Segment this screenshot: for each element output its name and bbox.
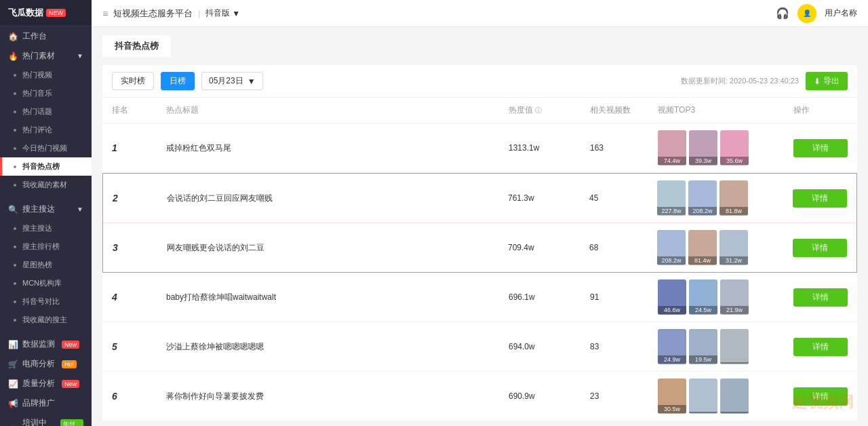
thumb-label: 46.6w [658,306,686,314]
video-thumb[interactable]: 24.5w [689,279,717,315]
sidebar-item-data-monitor[interactable]: 📊 数据监测 New [0,334,92,354]
douyin-compare-label: 抖音号对比 [22,296,60,307]
douyin-hot-label: 抖音热点榜 [22,161,60,172]
dot-icon [14,246,16,248]
dot-icon [14,319,16,322]
video-thumb[interactable]: 24.9w [658,329,686,364]
dot-icon [14,301,16,303]
video-tops-3: 208.2w 81.4w 31.2w [657,230,793,265]
thumb-label: 81.8w [719,207,748,215]
detail-button-4[interactable]: 详情 [793,288,848,307]
filter-bar: 实时榜 日榜 05月23日 ▼ 数据更新时间: 2020-05-23 23:40… [102,65,857,98]
info-icon: ⓘ [535,106,542,114]
topic-3: 网友嘲贱更会说话的刘二豆 [167,242,508,254]
sidebar-item-quality[interactable]: 📈 质量分析 New [0,374,92,393]
video-thumb[interactable] [720,329,749,364]
dot-icon [14,282,16,285]
detail-button-3[interactable]: 详情 [793,239,847,257]
search-icon: 🔍 [8,205,18,214]
sidebar-item-hot-topic[interactable]: 热门话题 [0,102,92,121]
video-thumb[interactable]: 227.8w [657,180,686,216]
home-icon: 🏠 [8,32,18,41]
kol-find-label: 搜主搜达 [22,223,52,233]
rank-3: 3 [113,242,167,253]
sidebar-item-star-rank[interactable]: 星图热榜 [0,256,92,274]
calendar-chevron-icon: ▼ [248,77,256,86]
export-label: 导出 [823,75,840,87]
hot-topic-label: 热门话题 [22,106,52,117]
video-thumb[interactable]: 39.3w [689,130,717,166]
video-thumb[interactable]: 208.2w [688,180,717,216]
sidebar-item-training[interactable]: 🎓 培训中心 年付折 [0,413,92,426]
thumb-label: 39.3w [689,157,717,165]
thumb-label: 24.5w [689,306,717,314]
sidebar-item-kol-rank[interactable]: 搜主排行榜 [0,237,92,256]
video-thumb[interactable] [689,379,717,414]
export-button[interactable]: ⬇ 导出 [806,72,848,90]
heat-2: 761.3w [508,193,589,203]
thumb-label: 81.4w [688,256,717,265]
sidebar-item-hot-material[interactable]: 🔥 热门素材 ▼ [0,46,92,66]
video-thumb[interactable]: 35.6w [720,130,749,166]
sidebar-item-hot-music[interactable]: 热门音乐 [0,84,92,102]
sidebar-item-mcn[interactable]: MCN机构库 [0,274,92,292]
sidebar-item-collected-kol[interactable]: 我收藏的搜主 [0,311,92,329]
detail-button-1[interactable]: 详情 [793,139,848,157]
tab-douyin-hot[interactable]: 抖音热点榜 [102,35,171,57]
table-row: 3 网友嘲贱更会说话的刘二豆 709.4w 68 208.2w 81.4w 31… [103,223,856,272]
header-rank: 排名 [112,104,166,116]
video-thumb[interactable]: 21.9w [720,279,749,315]
sidebar-item-brand[interactable]: 📢 品牌推广 [0,393,92,413]
sidebar-item-collected-material[interactable]: 我收藏的素材 [0,176,92,194]
video-count-5: 83 [590,342,658,351]
rank-6: 6 [112,391,166,402]
detail-button-2[interactable]: 详情 [793,189,847,208]
sidebar-item-kol-find[interactable]: 搜主搜达 [0,219,92,237]
video-count-1: 163 [590,143,658,153]
sidebar-item-kol[interactable]: 🔍 搜主搜达 ▼ [0,199,92,219]
sidebar-item-douyin-hot[interactable]: 抖音热点榜 [0,157,92,176]
kol-rank-label: 搜主排行榜 [22,241,60,252]
headphone-icon[interactable]: 🎧 [776,7,789,20]
table-header: 排名 热点标题 热度值 ⓘ 相关视频数 视频TOP3 操作 [102,98,857,123]
video-thumb[interactable]: 81.4w [688,230,717,265]
new-badge2: New [62,380,79,388]
heat-4: 696.1w [509,292,590,302]
dot-icon [14,147,16,150]
table-row: 5 沙溢上蔡徐坤被嗯嗯嗯嗯嗯 694.0w 83 24.9w 19.5w 详情 [102,322,857,372]
topic-4: baby打给蔡徐坤唱waitwaitwalt [166,292,509,303]
realtime-filter-btn[interactable]: 实时榜 [112,72,154,90]
update-time: 数据更新时间: 2020-05-23 23:40:23 [681,76,799,86]
menu-icon[interactable]: ≡ [102,8,108,19]
video-thumb[interactable]: 19.5w [689,329,717,364]
date-select[interactable]: 05月23日 ▼ [201,72,263,90]
sidebar-item-today-hot[interactable]: 今日热门视频 [0,139,92,157]
sidebar-item-hot-comment[interactable]: 热门评论 [0,121,92,139]
thumb-label: 19.5w [689,355,717,364]
dot-icon [14,166,16,168]
video-thumb[interactable] [720,379,749,414]
video-thumb[interactable]: 31.2w [719,230,748,265]
sidebar-item-ecommerce[interactable]: 🛒 电商分析 Hot [0,354,92,374]
detail-button-6[interactable]: 详情 [793,387,848,406]
video-thumb[interactable]: 74.4w [658,130,686,166]
heat-3: 709.4w [508,243,589,252]
platform-dropdown[interactable]: 抖音版 ▼ [205,7,240,19]
sidebar-item-douyin-compare[interactable]: 抖音号对比 [0,292,92,311]
dropdown-chevron-icon: ▼ [232,9,240,18]
logo-badge: NEW [46,9,66,17]
ecommerce-label: 电商分析 [22,358,55,370]
video-thumb[interactable]: 81.8w [719,180,748,216]
table-row: 4 baby打给蔡徐坤唱waitwaitwalt 696.1w 91 46.6w… [102,273,857,322]
promo-badge: 年付折 [60,419,83,426]
table-container: 排名 热点标题 热度值 ⓘ 相关视频数 视频TOP3 操作 1 戒掉粉红色双马尾… [102,98,857,421]
video-thumb[interactable]: 46.6w [658,279,686,315]
header-action: 操作 [793,104,848,116]
training-label: 培训中心 [22,417,54,426]
sidebar-item-hot-video[interactable]: 热门视频 [0,66,92,84]
video-thumb[interactable]: 30.5w [658,379,686,414]
video-thumb[interactable]: 208.2w [657,230,686,265]
sidebar-item-workspace[interactable]: 🏠 工作台 [0,26,92,46]
daily-filter-btn[interactable]: 日榜 [161,72,195,90]
detail-button-5[interactable]: 详情 [793,338,848,356]
